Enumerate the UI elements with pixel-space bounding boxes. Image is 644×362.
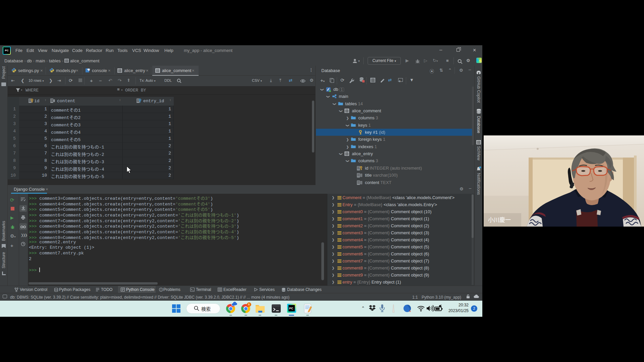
svg-text:PC: PC [289,307,293,310]
svg-text:小川慶一: 小川慶一 [488,217,511,223]
